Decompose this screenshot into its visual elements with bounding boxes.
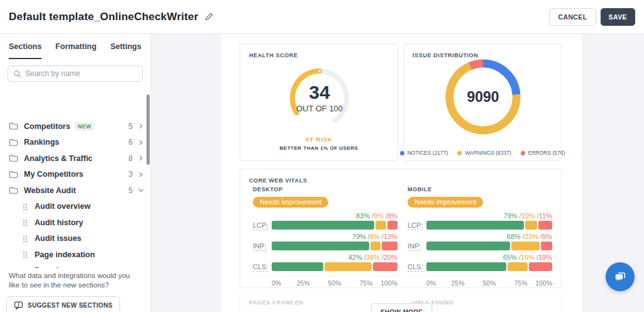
show-more-button[interactable]: SHOW MORE — [371, 303, 433, 312]
chevron-right-icon — [138, 155, 143, 161]
cwv-metric-row-cls: CLS:65% /16% /19% — [408, 254, 552, 271]
save-button[interactable]: SAVE — [601, 8, 635, 26]
metric-name: INP: — [408, 242, 421, 251]
value-needs-improvement: 23% — [525, 233, 538, 240]
cwv-stacked-bar — [272, 242, 397, 250]
metric-name: CLS: — [408, 263, 423, 272]
legend-dot — [457, 151, 462, 155]
value-needs-improvement: 9% — [374, 212, 384, 220]
sidebar-scrollbar[interactable] — [147, 94, 150, 165]
pages-crawled-title: PAGES CRAWLED — [249, 299, 304, 306]
chevron-right-icon — [138, 123, 143, 129]
cwv-metric-label: CLS: — [408, 254, 426, 271]
value-poor: 13% — [384, 233, 397, 240]
cwv-stacked-bar — [426, 242, 552, 250]
cwv-metric-row-lcp: LCP:83% /9% /8% — [253, 212, 397, 230]
cancel-button[interactable]: CANCEL — [549, 8, 596, 26]
legend-item-errors: ERRORS (576) — [521, 150, 565, 156]
bar-segment-good — [272, 221, 374, 230]
chat-bubble-icon — [613, 270, 627, 284]
axis-tick: 0% — [426, 279, 436, 287]
drag-handle-icon[interactable] — [23, 235, 27, 242]
axis-tick: 0% — [272, 279, 281, 287]
sidebar-tabs: SectionsFormattingSettings — [0, 34, 150, 59]
page-title: Default template_OnlineCheckWriter — [9, 11, 198, 23]
cwv-metric-row-lcp: LCP:79% /10% /11% — [408, 212, 552, 230]
subitem-label: Audit overview — [35, 202, 91, 211]
subitem-label: Page indexation — [35, 250, 95, 259]
cwv-values: 79% /10% /11% — [426, 212, 552, 220]
axis-tick: 50% — [328, 279, 341, 287]
issue-distribution-card: ISSUE DISTRIBUTION 9090 NOTICES (2177)WA… — [403, 43, 562, 161]
tab-sections[interactable]: Sections — [9, 42, 42, 59]
bar-segment-good — [426, 221, 524, 230]
folder-icon — [9, 138, 18, 147]
sidebar-item-analytics-traffic[interactable]: Analytics & Traffic8 — [0, 150, 151, 167]
search-box[interactable] — [8, 65, 143, 82]
search-icon — [13, 70, 21, 78]
tab-formatting[interactable]: Formatting — [55, 42, 96, 59]
cwv-platform-label: DESKTOP — [253, 186, 397, 192]
cwv-bar-wrap: 79% /8% /13% — [272, 233, 397, 250]
sidebar-item-label: Website Audit — [24, 186, 76, 195]
cwv-metric-label: LCP: — [408, 212, 426, 230]
axis-tick: 75% — [359, 279, 372, 287]
drag-handle-icon[interactable] — [23, 203, 27, 210]
metric-name: INP: — [253, 242, 266, 251]
sidebar-item-rankings[interactable]: Rankings6 — [0, 135, 151, 151]
core-web-vitals-title: CORE WEB VITALS — [249, 177, 307, 184]
value-needs-improvement: 10% — [521, 212, 535, 220]
cwv-values: 65% /16% /19% — [426, 254, 552, 262]
suggest-button-label: SUGGEST NEW SECTIONS — [28, 302, 113, 309]
drag-handle-icon[interactable] — [23, 219, 27, 226]
cwv-stacked-bar — [272, 221, 397, 230]
axis-tick: 100% — [535, 279, 552, 287]
report-page: HEALTH SCORE 34 OUT OF 100 AT RISK BETTE… — [221, 34, 582, 312]
tab-settings[interactable]: Settings — [110, 42, 141, 59]
bar-segment-needs-improvement — [370, 242, 380, 250]
cwv-values: 68% /23% /9% — [426, 233, 552, 241]
sections-sidebar: SectionsFormattingSettings CompetitorsNE… — [0, 34, 151, 312]
value-good: 65% — [503, 254, 517, 261]
legend-label: WARNINGS (6337) — [465, 150, 511, 156]
bar-segment-needs-improvement — [508, 262, 527, 271]
issue-legend: NOTICES (2177)WARNINGS (6337)ERRORS (576… — [404, 150, 561, 156]
legend-dot — [521, 151, 525, 155]
feedback-bubble-icon — [14, 301, 23, 310]
sidebar-item-my-competitors[interactable]: My Competitors3 — [0, 167, 151, 183]
section-count: 6 — [128, 138, 133, 147]
value-poor: 11% — [539, 212, 552, 220]
sidebar-subitem-audit-history[interactable]: Audit history — [0, 214, 151, 231]
value-good: 42% — [348, 254, 362, 261]
section-count: 3 — [128, 170, 133, 179]
legend-label: NOTICES (2177) — [408, 150, 448, 156]
cwv-axis: 0%25%50%75%100% — [253, 276, 397, 287]
cwv-platform-label: MOBILE — [408, 186, 552, 192]
edit-pencil-icon[interactable] — [204, 12, 214, 21]
sidebar-item-website-audit[interactable]: Website Audit5 — [0, 182, 151, 199]
cwv-axis: 0%25%50%75%100% — [408, 276, 552, 287]
legend-label: ERRORS (576) — [528, 150, 565, 156]
cwv-metric-label: LCP: — [253, 212, 272, 230]
sidebar-item-competitors[interactable]: CompetitorsNEW5 — [0, 118, 151, 135]
value-good: 68% — [507, 233, 521, 240]
bar-segment-poor — [373, 262, 397, 271]
suggest-new-sections-button[interactable]: SUGGEST NEW SECTIONS — [6, 296, 120, 312]
cwv-metric-row-inp: INP:79% /8% /13% — [253, 233, 397, 250]
issue-distribution-donut: 9090 — [443, 57, 523, 137]
sidebar-subitem-page-indexation[interactable]: Page indexation — [0, 247, 151, 263]
cwv-stacked-bar — [426, 262, 552, 271]
cwv-bar-wrap: 42% /38% /20% — [272, 254, 397, 271]
value-good: 79% — [352, 233, 366, 240]
value-poor: 9% — [542, 233, 552, 240]
search-input[interactable] — [25, 69, 137, 78]
sidebar-subitem-audit-issues[interactable]: Audit issues — [0, 231, 151, 247]
drag-handle-icon[interactable] — [23, 251, 27, 258]
bar-segment-good — [426, 262, 506, 271]
value-good: 79% — [503, 212, 517, 220]
chat-launcher-button[interactable] — [606, 262, 635, 291]
sidebar-subitem-audit-overview[interactable]: Audit overview — [0, 199, 151, 215]
metric-name: LCP: — [408, 221, 423, 230]
cwv-metric-label: INP: — [253, 233, 272, 250]
sidebar-item-label: Analytics & Traffic — [24, 154, 92, 163]
